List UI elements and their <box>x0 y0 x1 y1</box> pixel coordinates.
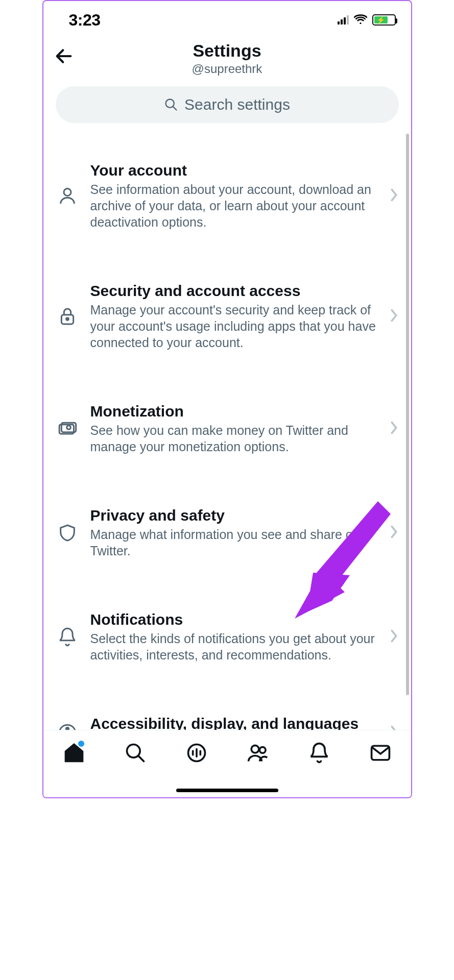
settings-row-body: Notifications Select the kinds of notifi… <box>90 611 377 663</box>
chevron-right-icon <box>389 629 399 645</box>
nav-home-badge <box>78 741 84 747</box>
page-subtitle: @supreethrk <box>54 62 401 76</box>
bottom-nav <box>43 730 411 797</box>
search-icon <box>164 97 178 112</box>
svg-point-4 <box>251 745 259 753</box>
wifi-icon <box>354 14 367 26</box>
settings-list: Your account See information about your … <box>43 127 411 798</box>
settings-row-title: Privacy and safety <box>90 507 377 524</box>
settings-row-desc: Manage your account's security and keep … <box>90 302 377 351</box>
settings-row-body: Privacy and safety Manage what informati… <box>90 507 377 559</box>
settings-row-title: Notifications <box>90 611 377 628</box>
nav-spaces[interactable] <box>181 738 212 768</box>
shield-icon <box>56 523 79 543</box>
cash-icon <box>56 419 79 439</box>
nav-home[interactable] <box>59 738 89 768</box>
svg-point-5 <box>259 747 266 753</box>
chevron-right-icon <box>389 188 399 204</box>
search-input[interactable]: Search settings <box>56 86 399 123</box>
settings-row-desc: See information about your account, down… <box>90 181 377 230</box>
settings-row-user[interactable]: Your account See information about your … <box>43 148 411 244</box>
nav-communities[interactable] <box>243 738 273 768</box>
settings-row-lock[interactable]: Security and account access Manage your … <box>43 268 411 365</box>
settings-row-desc: Manage what information you see and shar… <box>90 526 377 559</box>
nav-messages[interactable] <box>365 738 396 768</box>
lock-icon <box>56 306 79 327</box>
user-icon <box>56 186 79 206</box>
search-placeholder: Search settings <box>184 96 290 113</box>
settings-row-body: Your account See information about your … <box>90 162 377 230</box>
page-header: Settings @supreethrk <box>43 34 411 81</box>
settings-row-desc: See how you can make money on Twitter an… <box>90 422 377 455</box>
settings-row-shield[interactable]: Privacy and safety Manage what informati… <box>43 493 411 573</box>
status-time: 3:23 <box>69 11 101 30</box>
home-indicator <box>176 789 278 792</box>
chevron-right-icon <box>389 525 399 541</box>
bell-icon <box>56 627 79 647</box>
settings-row-title: Monetization <box>90 403 377 420</box>
search-container: Search settings <box>43 81 411 127</box>
settings-row-cash[interactable]: Monetization See how you can make money … <box>43 388 411 469</box>
settings-row-title: Security and account access <box>90 282 377 300</box>
nav-search[interactable] <box>120 738 151 768</box>
battery-icon: ⚡ <box>372 14 396 26</box>
scroll-indicator[interactable] <box>406 134 409 695</box>
status-icons: ⚡ <box>338 14 396 26</box>
settings-row-title: Your account <box>90 162 377 179</box>
cellular-signal-icon <box>338 15 349 24</box>
settings-row-body: Monetization See how you can make money … <box>90 403 377 455</box>
chevron-right-icon <box>389 421 399 437</box>
settings-row-body: Security and account access Manage your … <box>90 282 377 351</box>
nav-notifications[interactable] <box>304 738 334 768</box>
page-title: Settings <box>54 41 401 61</box>
chevron-right-icon <box>389 308 399 325</box>
settings-row-desc: Select the kinds of notifications you ge… <box>90 630 377 663</box>
status-bar: 3:23 ⚡ <box>43 1 411 34</box>
settings-row-bell[interactable]: Notifications Select the kinds of notifi… <box>43 597 411 677</box>
back-button[interactable] <box>53 45 75 67</box>
